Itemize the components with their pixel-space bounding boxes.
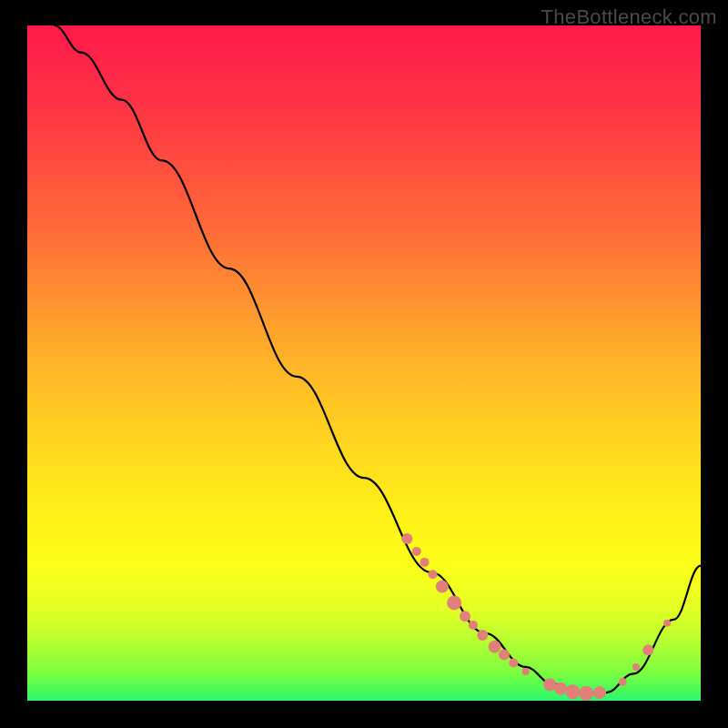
data-point-group xyxy=(401,533,671,701)
chart-container: TheBottleneck.com xyxy=(0,0,728,728)
data-point xyxy=(642,644,653,655)
data-point xyxy=(565,684,580,699)
plot-area xyxy=(27,25,701,701)
data-point xyxy=(401,533,412,544)
data-point xyxy=(469,621,478,630)
data-point xyxy=(663,620,671,627)
data-point xyxy=(632,663,640,671)
data-point xyxy=(428,570,437,579)
data-point xyxy=(420,558,430,567)
data-point xyxy=(619,678,627,686)
data-point xyxy=(436,581,449,593)
data-point xyxy=(499,650,510,661)
watermark-text: TheBottleneck.com xyxy=(541,5,717,29)
data-point xyxy=(579,686,593,701)
data-point xyxy=(412,547,421,556)
data-point xyxy=(447,595,461,610)
data-point xyxy=(509,658,518,667)
data-point xyxy=(460,611,470,622)
data-point xyxy=(522,668,530,675)
data-point xyxy=(489,641,501,653)
data-point xyxy=(593,686,606,699)
data-point xyxy=(477,630,488,641)
curve-svg xyxy=(27,25,701,701)
bottleneck-curve xyxy=(55,25,701,693)
data-point xyxy=(554,682,567,695)
